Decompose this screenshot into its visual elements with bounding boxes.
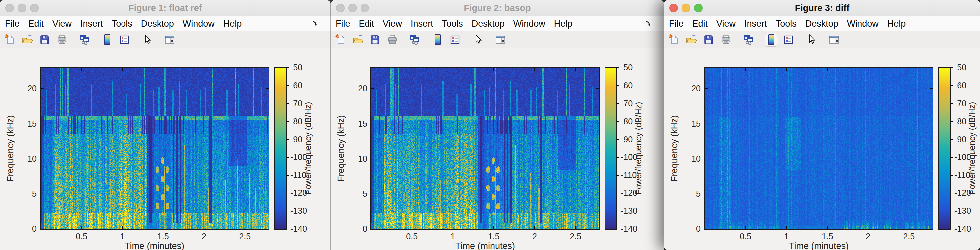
colorbar-tick-mark	[286, 85, 289, 86]
plot-tools-icon[interactable]	[163, 33, 177, 46]
new-figure-icon[interactable]	[3, 33, 17, 46]
plot-tools-icon[interactable]	[494, 33, 507, 46]
colorbar-tick-label: -50	[621, 63, 633, 73]
print-figure-icon[interactable]	[719, 33, 733, 46]
menu-help[interactable]: Help	[219, 19, 247, 29]
y-tick-mark	[41, 158, 44, 159]
plot-area	[40, 67, 269, 230]
colorbar-tick-label: -50	[290, 63, 302, 73]
menubar: FileEditViewInsertToolsDesktopWindowHelp	[664, 16, 980, 31]
figure-canvas-area: Frequency (kHz)051015200.511.522.5Time (…	[664, 48, 980, 250]
menu-insert[interactable]: Insert	[406, 19, 438, 29]
menu-help[interactable]: Help	[550, 19, 577, 29]
menu-file[interactable]: File	[331, 19, 355, 29]
y-tick-mark	[930, 158, 933, 159]
colorbar-tick-label: -70	[955, 99, 966, 108]
edit-plot-icon[interactable]	[140, 33, 154, 46]
edit-plot-icon[interactable]	[805, 33, 818, 46]
colorbar-tick-label: -60	[290, 81, 302, 90]
insert-colorbar-icon[interactable]	[431, 33, 444, 46]
window-title: Figure 3: diff	[684, 3, 960, 13]
menu-edit[interactable]: Edit	[688, 19, 712, 29]
x-tick-label: 2	[191, 232, 217, 241]
insert-legend-icon[interactable]	[118, 33, 131, 46]
toolbar	[0, 31, 331, 48]
plot-area	[371, 67, 600, 230]
menu-edit[interactable]: Edit	[24, 19, 48, 29]
titlebar[interactable]: Figure 2: basop	[331, 0, 664, 16]
x-tick-label: 0.5	[732, 232, 759, 241]
menu-file[interactable]: File	[665, 19, 688, 29]
insert-legend-icon[interactable]	[782, 33, 795, 46]
print-figure-icon[interactable]	[386, 33, 399, 46]
menu-tools[interactable]: Tools	[107, 19, 137, 29]
colorbar-tick-mark	[286, 193, 289, 193]
open-file-icon[interactable]	[351, 33, 364, 46]
y-tick-label: 5	[683, 189, 701, 199]
x-tick-mark	[204, 68, 204, 71]
x-tick-label: 2.5	[562, 232, 589, 241]
menu-overflow-arrow-icon[interactable]	[645, 19, 654, 28]
menu-insert[interactable]: Insert	[76, 19, 107, 29]
menu-view[interactable]: View	[712, 19, 740, 29]
titlebar[interactable]: Figure 1: float ref	[0, 0, 331, 16]
titlebar[interactable]: Figure 3: diff	[664, 0, 980, 16]
menu-tools[interactable]: Tools	[438, 19, 467, 29]
menu-desktop[interactable]: Desktop	[467, 19, 509, 29]
spectrogram-canvas	[705, 68, 933, 229]
spectrogram-canvas	[371, 68, 599, 229]
x-axis-label: Time (minutes)	[371, 241, 599, 250]
open-file-icon[interactable]	[685, 33, 698, 46]
menu-window[interactable]: Window	[178, 19, 219, 29]
menu-desktop[interactable]: Desktop	[137, 19, 178, 29]
colorbar-tick-mark	[286, 229, 289, 229]
menu-overflow-arrow-icon[interactable]	[311, 19, 320, 28]
menu-desktop[interactable]: Desktop	[801, 19, 843, 29]
colorbar-tick-mark	[950, 103, 953, 104]
close-button[interactable]	[5, 4, 14, 12]
y-tick-mark	[596, 229, 599, 229]
edit-plot-icon[interactable]	[471, 33, 484, 46]
x-tick-mark	[122, 226, 123, 229]
plot-tools-icon[interactable]	[827, 33, 840, 46]
menu-tools[interactable]: Tools	[771, 19, 801, 29]
menu-window[interactable]: Window	[843, 19, 883, 29]
y-tick-mark	[596, 124, 599, 124]
new-figure-icon[interactable]	[334, 33, 347, 46]
link-plot-icon[interactable]	[409, 33, 422, 46]
x-tick-mark	[81, 68, 82, 71]
y-tick-label: 0	[350, 224, 367, 234]
colorbar-tick-label: -70	[290, 99, 302, 108]
close-button[interactable]	[336, 4, 345, 12]
colorbar-tick-mark	[286, 103, 289, 104]
save-figure-icon[interactable]	[369, 33, 382, 46]
link-plot-icon[interactable]	[78, 33, 91, 46]
colorbar-tick-label: -80	[290, 117, 302, 126]
menu-insert[interactable]: Insert	[740, 19, 771, 29]
colorbar-tick-label: -90	[955, 134, 966, 144]
y-tick-label: 15	[19, 119, 37, 129]
menu-edit[interactable]: Edit	[355, 19, 379, 29]
x-tick-label: 2	[521, 232, 548, 241]
x-tick-mark	[204, 226, 204, 229]
menu-file[interactable]: File	[1, 19, 24, 29]
new-figure-icon[interactable]	[667, 33, 681, 46]
menu-window[interactable]: Window	[509, 19, 550, 29]
menu-view[interactable]: View	[48, 19, 76, 29]
insert-colorbar-icon[interactable]	[100, 33, 114, 46]
insert-legend-icon[interactable]	[449, 33, 462, 46]
menu-help[interactable]: Help	[883, 19, 910, 29]
save-figure-icon[interactable]	[702, 33, 715, 46]
close-button[interactable]	[670, 4, 678, 12]
link-plot-icon[interactable]	[742, 33, 755, 46]
print-figure-icon[interactable]	[55, 33, 68, 46]
open-file-icon[interactable]	[21, 33, 34, 46]
insert-colorbar-icon[interactable]	[765, 33, 778, 46]
y-tick-mark	[371, 124, 374, 124]
save-figure-icon[interactable]	[38, 33, 51, 46]
colorbar-tick-label: -90	[621, 134, 633, 144]
y-tick-label: 5	[19, 189, 37, 199]
colorbar	[274, 67, 286, 230]
y-tick-mark	[705, 158, 708, 159]
menu-view[interactable]: View	[379, 19, 406, 29]
